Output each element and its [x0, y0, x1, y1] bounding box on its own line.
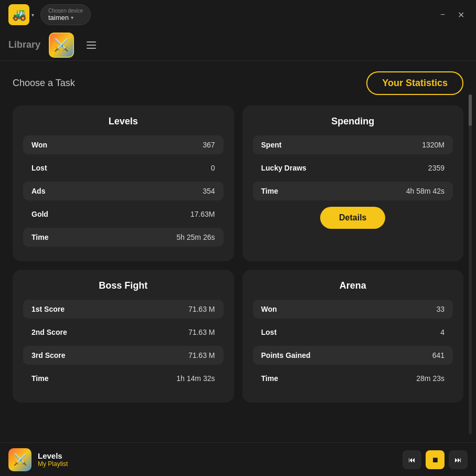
- table-row: Spent 1320M: [253, 135, 453, 154]
- bottom-bar: ⚔️ Levels My Playlist ⏮ ⏹ ⏭: [0, 442, 476, 476]
- library-label[interactable]: Library: [8, 39, 40, 50]
- spending-card: Spending Spent 1320M Lucky Draws 2359 Ti…: [242, 105, 464, 261]
- chevron-down-icon: ▾: [31, 12, 34, 18]
- table-row: Ads 354: [23, 182, 224, 200]
- table-row: Won 367: [23, 135, 224, 154]
- main-content: Choose a Task Your Statistics Levels Won…: [0, 61, 476, 442]
- tab-statistics[interactable]: Your Statistics: [366, 71, 463, 95]
- table-row: Lost 0: [23, 158, 224, 177]
- title-bar-controls: − ✕: [437, 9, 468, 21]
- table-row: Time 5h 25m 26s: [23, 228, 224, 247]
- levels-time-value: 5h 25m 26s: [176, 233, 215, 241]
- device-chevron-icon: ▾: [71, 15, 73, 20]
- arena-points-value: 641: [432, 351, 445, 359]
- table-row: Time 28m 23s: [253, 369, 453, 388]
- title-bar-left: 🚜 ▾ Chosen device taimen ▾: [8, 4, 91, 25]
- levels-won-value: 367: [203, 141, 215, 149]
- app-icon: 🚜: [8, 4, 29, 25]
- boss-3rd-label: 3rd Score: [31, 351, 66, 359]
- arena-lost-value: 4: [440, 328, 445, 336]
- arena-time-label: Time: [261, 374, 278, 383]
- levels-time-label: Time: [31, 233, 48, 241]
- levels-ads-label: Ads: [31, 187, 45, 195]
- spending-lucky-value: 2359: [428, 164, 445, 172]
- boss-2nd-value: 71.63 M: [188, 328, 215, 336]
- arena-title: Arena: [253, 280, 453, 291]
- arena-time-value: 28m 23s: [416, 374, 445, 383]
- table-row: Gold 17.63M: [23, 205, 224, 224]
- tab-bar: Choose a Task Your Statistics: [13, 71, 463, 95]
- spending-spent-label: Spent: [261, 141, 282, 149]
- arena-lost-label: Lost: [261, 328, 277, 336]
- hamburger-menu-button[interactable]: [82, 37, 100, 53]
- table-row: 3rd Score 71.63 M: [23, 346, 224, 365]
- bottom-app-icon: ⚔️: [8, 448, 31, 471]
- arena-won-value: 33: [436, 305, 445, 313]
- bottom-app-text: Levels My Playlist: [38, 451, 68, 468]
- boss-1st-value: 71.63 M: [188, 305, 215, 313]
- levels-card: Levels Won 367 Lost 0 Ads 354: [13, 105, 234, 261]
- close-button[interactable]: ✕: [454, 9, 468, 21]
- spending-time-label: Time: [261, 187, 278, 195]
- spending-title: Spending: [253, 116, 453, 127]
- table-row: 1st Score 71.63 M: [23, 300, 224, 319]
- table-row: 2nd Score 71.63 M: [23, 323, 224, 342]
- table-row: Time 1h 14m 32s: [23, 369, 224, 388]
- spending-lucky-label: Lucky Draws: [261, 164, 306, 172]
- levels-gold-value: 17.63M: [191, 210, 215, 218]
- device-selector[interactable]: Chosen device taimen ▾: [40, 4, 91, 25]
- details-button[interactable]: Details: [320, 207, 385, 229]
- details-button-wrap: Details: [253, 207, 453, 229]
- nav-bar: Library ⚔️: [0, 29, 476, 61]
- table-row: Time 4h 58m 42s: [253, 182, 453, 200]
- nav-app-thumbnail[interactable]: ⚔️: [49, 33, 74, 58]
- levels-won-label: Won: [31, 141, 47, 149]
- table-row: Points Gained 641: [253, 346, 453, 365]
- scroll-thumb[interactable]: [469, 94, 472, 126]
- boss-3rd-value: 71.63 M: [188, 351, 215, 359]
- bottom-playlist-label: My Playlist: [38, 460, 68, 468]
- bottom-app-info: ⚔️ Levels My Playlist: [8, 448, 403, 471]
- title-bar: 🚜 ▾ Chosen device taimen ▾ − ✕: [0, 0, 476, 29]
- table-row: Won 33: [253, 300, 453, 319]
- boss-1st-label: 1st Score: [31, 305, 65, 313]
- boss-fight-rows: 1st Score 71.63 M 2nd Score 71.63 M 3rd …: [23, 300, 224, 388]
- next-button[interactable]: ⏭: [449, 450, 468, 469]
- table-row: Lucky Draws 2359: [253, 158, 453, 177]
- scroll-track: [469, 94, 472, 434]
- table-row: Lost 4: [253, 323, 453, 342]
- boss-time-value: 1h 14m 32s: [176, 374, 215, 383]
- stop-button[interactable]: ⏹: [426, 450, 445, 469]
- levels-ads-value: 354: [203, 187, 215, 195]
- arena-rows: Won 33 Lost 4 Points Gained 641 Time 28m…: [253, 300, 453, 388]
- prev-button[interactable]: ⏮: [403, 450, 421, 469]
- arena-points-label: Points Gained: [261, 351, 311, 359]
- arena-card: Arena Won 33 Lost 4 Points Gained 641 Ti…: [242, 270, 464, 403]
- bottom-app-title: Levels: [38, 451, 68, 460]
- boss-2nd-label: 2nd Score: [31, 328, 67, 336]
- minimize-button[interactable]: −: [437, 9, 448, 20]
- bottom-controls: ⏮ ⏹ ⏭: [403, 450, 468, 469]
- device-name: taimen ▾: [48, 14, 73, 22]
- spending-rows: Spent 1320M Lucky Draws 2359 Time 4h 58m…: [253, 135, 453, 200]
- levels-gold-label: Gold: [31, 210, 48, 218]
- levels-title: Levels: [23, 116, 224, 127]
- tab-choose-task[interactable]: Choose a Task: [13, 78, 75, 89]
- spending-spent-value: 1320M: [422, 141, 445, 149]
- boss-fight-card: Boss Fight 1st Score 71.63 M 2nd Score 7…: [13, 270, 234, 403]
- spending-time-value: 4h 58m 42s: [406, 187, 445, 195]
- arena-won-label: Won: [261, 305, 277, 313]
- levels-lost-value: 0: [211, 164, 215, 172]
- levels-rows: Won 367 Lost 0 Ads 354 Gold 17.63M: [23, 135, 224, 247]
- app-icon-dropdown[interactable]: 🚜 ▾: [8, 4, 34, 25]
- levels-lost-label: Lost: [31, 164, 47, 172]
- boss-fight-title: Boss Fight: [23, 280, 224, 291]
- device-label: Chosen device: [48, 8, 83, 14]
- stats-grid: Levels Won 367 Lost 0 Ads 354: [13, 105, 463, 403]
- boss-time-label: Time: [31, 374, 48, 383]
